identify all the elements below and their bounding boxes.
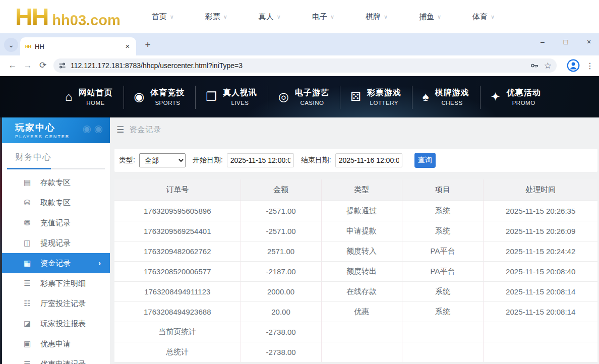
- playing-cards-icon: ❐: [206, 91, 217, 103]
- page-body: 玩家中心 PLAYERS CENTER 财务中心 ▤存款专区›⛁取款专区›⛃充值…: [0, 117, 599, 364]
- table-cell: 1763209569254401: [114, 221, 241, 241]
- promo-apply-icon: ▣: [22, 339, 32, 348]
- browser-toolbar: ← → ⟳ 112.121.172.181:8783/hhcp/usercent…: [0, 55, 599, 76]
- top-nav: 首页∨彩票∨真人∨电子∨棋牌∨捕鱼∨体育∨: [152, 12, 495, 22]
- main-nav-item-zh: 体育竞技: [150, 88, 185, 98]
- search-button[interactable]: 查询: [414, 153, 436, 168]
- main-nav-item-3[interactable]: ◎电子游艺CASINO: [268, 88, 340, 106]
- window-maximize-button[interactable]: □: [562, 38, 570, 46]
- chevron-right-icon: ›: [98, 259, 101, 267]
- sidebar-item-2[interactable]: ⛃充值记录›: [2, 213, 110, 233]
- reload-button[interactable]: ⟳: [35, 58, 50, 73]
- table-cell: 系统: [402, 201, 484, 221]
- top-nav-item-1[interactable]: 彩票∨: [205, 12, 227, 22]
- table-cell: PA平台: [402, 241, 484, 261]
- browser-tab[interactable]: HH HH ×: [20, 37, 136, 55]
- main-nav-item-en: SPORTS: [150, 100, 185, 106]
- sidebar-item-label: 厅室投注记录: [40, 299, 86, 309]
- main-nav-item-1[interactable]: ◉体育竞技SPORTS: [124, 88, 196, 106]
- players-center-subtitle: PLAYERS CENTER: [15, 134, 110, 139]
- lottery-balls-icon: ⚄: [350, 91, 361, 103]
- main-nav-item-0[interactable]: ⌂网站首页HOME: [54, 88, 124, 106]
- table-row: 1763208520006577-2187.00额度转出PA平台2025-11-…: [114, 261, 597, 281]
- sidebar-item-label: 提现记录: [40, 238, 71, 248]
- finance-center-heading: 财务中心: [2, 143, 110, 168]
- sidebar-item-0[interactable]: ▤存款专区›: [2, 172, 110, 193]
- top-nav-item-2[interactable]: 真人∨: [259, 12, 281, 22]
- main-nav-item-zh: 网站首页: [79, 88, 113, 98]
- table-row: 17632084949111232000.00在线存款系统2025-11-15 …: [114, 281, 597, 301]
- table-cell: 1763208494911123: [114, 281, 241, 301]
- sports-ball-icon: ◉: [134, 91, 145, 103]
- sidebar-item-9[interactable]: ☴优惠申请记录›: [2, 354, 110, 364]
- url-text[interactable]: 112.121.172.181:8783/hhcp/usercenter.htm…: [71, 62, 525, 70]
- table-cell: -2187.00: [241, 261, 321, 281]
- table-row: 1763209569254401-2571.00申请提款系统2025-11-15…: [114, 221, 597, 241]
- table-row: 1763209595605896-2571.00提款通过系统2025-11-15…: [114, 201, 597, 221]
- back-button[interactable]: ←: [5, 58, 20, 73]
- top-nav-item-5[interactable]: 捕鱼∨: [419, 12, 441, 22]
- window-controls: – □ ×: [538, 33, 596, 50]
- top-nav-item-0[interactable]: 首页∨: [152, 12, 174, 22]
- players-center-banner: 玩家中心 PLAYERS CENTER: [2, 117, 110, 143]
- filter-panel: 类型: 全部 开始日期: 结束日期: 查询: [114, 149, 597, 172]
- window-close-button[interactable]: ×: [585, 38, 593, 46]
- main-nav-item-text: 电子游艺CASINO: [295, 88, 329, 106]
- top-nav-item-label: 彩票: [205, 12, 220, 22]
- table-cell: [402, 342, 484, 362]
- sidebar-item-6[interactable]: ☷厅室投注记录›: [2, 293, 110, 314]
- password-key-icon[interactable]: [530, 61, 539, 70]
- address-bar[interactable]: 112.121.172.181:8783/hhcp/usercenter.htm…: [53, 58, 557, 73]
- table-cell: 2025-11-15 20:08:14: [484, 281, 597, 301]
- bookmark-star-icon[interactable]: ☆: [544, 60, 552, 71]
- main-nav-item-2[interactable]: ❐真人视讯LIVES: [195, 88, 268, 106]
- sidebar-item-7[interactable]: ◪玩家投注报表›: [2, 314, 110, 334]
- sidebar: 玩家中心 PLAYERS CENTER 财务中心 ▤存款专区›⛁取款专区›⛃充值…: [2, 117, 110, 364]
- main-content: ☰ 资金记录 类型: 全部 开始日期: 结束日期: 查询 订单号金额类型项目处理…: [110, 117, 599, 364]
- table-cell: [402, 322, 484, 342]
- players-center-title: 玩家中心: [15, 122, 110, 134]
- table-cell: -2738.00: [241, 342, 321, 362]
- table-cell: [321, 342, 402, 362]
- site-info-icon[interactable]: [58, 62, 67, 70]
- chevron-down-icon: ∨: [170, 14, 174, 20]
- main-nav-item-6[interactable]: ✦优惠活动PROMO: [480, 88, 552, 106]
- sidebar-item-4[interactable]: ▦资金记录›: [2, 253, 110, 273]
- site-logo[interactable]: HH hh03.com: [15, 3, 121, 31]
- table-cell: -2571.00: [241, 221, 321, 241]
- breadcrumb: ☰ 资金记录: [114, 117, 597, 142]
- main-site-nav: ⌂网站首页HOME◉体育竞技SPORTS❐真人视讯LIVES◎电子游艺CASIN…: [0, 76, 599, 117]
- start-date-input[interactable]: [227, 153, 294, 167]
- table-cell: 当前页统计: [114, 322, 241, 342]
- breadcrumb-label: 资金记录: [129, 125, 161, 135]
- top-nav-item-6[interactable]: 体育∨: [472, 12, 495, 22]
- sidebar-item-5[interactable]: ☰彩票下注明细›: [2, 273, 110, 293]
- sidebar-item-8[interactable]: ▣优惠申请›: [2, 334, 110, 354]
- table-cell: 优惠: [321, 301, 402, 322]
- main-nav-item-4[interactable]: ⚄彩票游戏LOTTERY: [340, 88, 412, 106]
- main-nav-item-5[interactable]: ♠棋牌游戏CHESS: [412, 88, 480, 106]
- table-header-cell: 处理时间: [484, 179, 597, 201]
- top-nav-item-3[interactable]: 电子∨: [312, 12, 334, 22]
- forward-button[interactable]: →: [20, 58, 35, 73]
- tab-close-icon[interactable]: ×: [123, 42, 132, 51]
- new-tab-button[interactable]: +: [141, 38, 154, 51]
- main-nav-item-en: CHESS: [435, 100, 469, 106]
- end-date-input[interactable]: [335, 153, 402, 167]
- table-header-cell: 金额: [241, 179, 321, 201]
- chevron-down-icon: ∨: [384, 14, 388, 20]
- table-cell: 2025-11-15 20:24:42: [484, 241, 597, 261]
- sidebar-item-3[interactable]: ◫提现记录›: [2, 233, 110, 253]
- profile-avatar[interactable]: [567, 59, 580, 72]
- tab-search-button[interactable]: ⌄: [4, 38, 18, 52]
- section-divider: [7, 168, 105, 169]
- type-select[interactable]: 全部: [139, 153, 186, 167]
- sidebar-item-label: 取款专区: [40, 198, 71, 208]
- table-row: 17632094820627622571.00额度转入PA平台2025-11-1…: [114, 241, 597, 261]
- browser-menu-icon[interactable]: ⋮: [586, 61, 594, 71]
- table-cell: -2738.00: [241, 322, 321, 342]
- top-nav-item-4[interactable]: 棋牌∨: [366, 12, 388, 22]
- chevron-down-icon: ∨: [491, 14, 495, 20]
- window-minimize-button[interactable]: –: [538, 38, 547, 46]
- sidebar-item-1[interactable]: ⛁取款专区›: [2, 193, 110, 213]
